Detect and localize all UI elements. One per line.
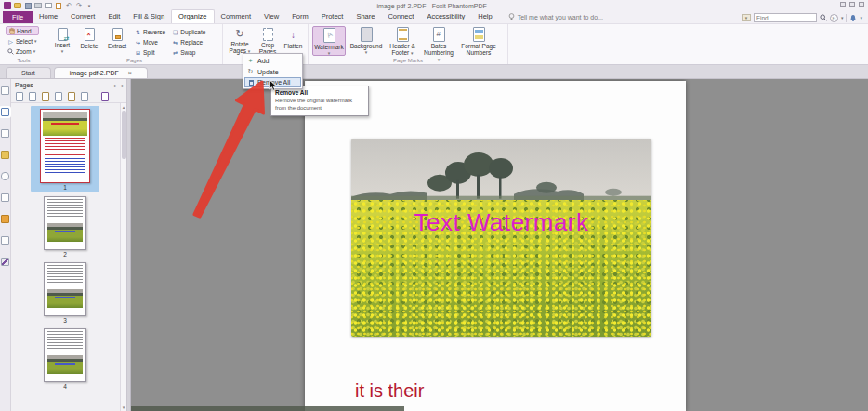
- signature-panel-icon[interactable]: [1, 258, 9, 266]
- email-button[interactable]: [45, 2, 52, 9]
- scroll-down-icon[interactable]: ▾: [121, 404, 126, 410]
- panel-collapse-icon[interactable]: ◂: [120, 82, 123, 88]
- file-menu-button[interactable]: File: [3, 11, 33, 23]
- tab-form[interactable]: Form: [285, 10, 315, 23]
- pages-panel-icon[interactable]: [1, 108, 9, 116]
- thumb1-text-lines: [45, 138, 85, 156]
- open-button[interactable]: [14, 2, 21, 9]
- replace-button[interactable]: ⇆Replace: [170, 37, 207, 46]
- close-window-button[interactable]: [859, 2, 864, 7]
- rotate-pages-button[interactable]: ↻ Rotate Pages ▾: [227, 26, 253, 56]
- header-footer-button[interactable]: Header & Footer ▾: [387, 26, 418, 56]
- group-label-page-marks: Page Marks: [309, 58, 507, 63]
- find-scope-icon[interactable]: ▾: [742, 14, 751, 21]
- snapshot-button[interactable]: [55, 2, 62, 9]
- tab-convert[interactable]: Convert: [64, 10, 101, 23]
- watermark-button[interactable]: A Watermark ▾: [312, 26, 346, 56]
- thumbnail-tool-icon[interactable]: [16, 92, 23, 101]
- pdf-page-1[interactable]: Text Watermark it is their: [305, 81, 686, 411]
- thumbnail-tool-icon[interactable]: [101, 92, 109, 101]
- insert-pages-button[interactable]: ⇄ Insert ▾: [50, 26, 74, 56]
- tab-protect[interactable]: Protect: [315, 10, 350, 23]
- move-label: Move: [143, 39, 158, 46]
- search-icon[interactable]: [820, 14, 827, 21]
- comments-panel-icon[interactable]: [1, 151, 9, 159]
- bell-icon[interactable]: [849, 14, 857, 22]
- tab-current-document[interactable]: image pdf-2.PDF ×: [54, 67, 148, 78]
- minimize-button[interactable]: [849, 2, 855, 7]
- qat-customize-button[interactable]: ▾: [85, 2, 93, 9]
- tab-connect[interactable]: Connect: [381, 10, 420, 23]
- page-thumbnail-4[interactable]: 4: [44, 328, 86, 390]
- select-tool-button[interactable]: ▷ Select ▾: [6, 36, 39, 46]
- move-button[interactable]: ↪Move: [133, 37, 167, 46]
- scrollbar-thumb[interactable]: [122, 111, 126, 159]
- document-tab-label: image pdf-2.PDF: [70, 70, 119, 76]
- restore-button[interactable]: [840, 2, 846, 7]
- thumb3-image: [47, 289, 83, 308]
- thumbnail-tool-icon[interactable]: [55, 92, 62, 101]
- delete-pages-button[interactable]: × Delete: [77, 26, 101, 56]
- thumbnail-tool-icon[interactable]: [81, 92, 88, 101]
- sync-button[interactable]: ↻: [830, 14, 838, 22]
- menu-item-update[interactable]: ↻ Update: [244, 66, 301, 77]
- tab-view[interactable]: View: [257, 10, 285, 23]
- format-page-numbers-button[interactable]: Format Page Numbers: [459, 26, 498, 56]
- bates-numbering-button[interactable]: # Bates Numbering ▾: [421, 26, 456, 56]
- destinations-panel-icon[interactable]: [1, 236, 9, 245]
- menu-item-add[interactable]: + Add: [244, 55, 301, 66]
- thumbnail-tool-icon[interactable]: [42, 92, 49, 101]
- tab-fill-sign[interactable]: Fill & Sign: [126, 10, 171, 23]
- chevron-down-icon: ▾: [328, 50, 331, 57]
- save-button[interactable]: [24, 2, 32, 9]
- watermark-dropdown-menu: + Add ↻ Update Remove All: [243, 53, 303, 89]
- tab-accessibility[interactable]: Accessibility: [420, 10, 471, 23]
- redo-button[interactable]: ↷: [75, 2, 83, 9]
- zoom-tool-button[interactable]: Zoom ▾: [6, 46, 39, 56]
- reverse-button[interactable]: ⇅Reverse: [133, 27, 167, 36]
- duplicate-button[interactable]: ❏Duplicate: [170, 27, 207, 36]
- page-thumbnail-3[interactable]: 3: [44, 262, 86, 324]
- flower-field-photo: Text Watermark: [351, 139, 651, 337]
- menu-item-remove-all[interactable]: Remove All: [244, 77, 301, 87]
- hand-tool-button[interactable]: Hand: [6, 26, 39, 35]
- find-input[interactable]: [754, 13, 817, 22]
- flatten-button[interactable]: ↓ Flatten: [283, 26, 304, 56]
- tab-help[interactable]: Help: [471, 10, 498, 23]
- background-label: Background: [350, 43, 383, 49]
- group-pages: ⇄ Insert ▾ × Delete Extract ⇅Reverse ↪Mo…: [46, 24, 223, 64]
- crop-pages-button[interactable]: Crop Pages: [256, 26, 280, 56]
- tab-share[interactable]: Share: [349, 10, 381, 23]
- tell-me-box[interactable]: Tell me what you want to do...: [508, 13, 603, 23]
- document-view[interactable]: Text Watermark it is their: [131, 79, 868, 411]
- bookmarks-panel-icon[interactable]: [1, 86, 9, 95]
- attachments-panel-icon[interactable]: [1, 172, 9, 180]
- quick-access-toolbar: ↶ ↷ ▾: [4, 2, 93, 9]
- swap-button[interactable]: ⇄Swap: [170, 47, 207, 57]
- close-tab-icon[interactable]: ×: [128, 70, 132, 76]
- background-button[interactable]: Background ▾: [349, 26, 384, 56]
- panel-options-icon[interactable]: ▸: [114, 82, 117, 88]
- tab-organize[interactable]: Organize: [171, 9, 214, 23]
- print-button[interactable]: [34, 2, 42, 9]
- tab-edit[interactable]: Edit: [101, 10, 126, 23]
- split-button[interactable]: ⊟Split: [133, 47, 167, 57]
- add-label: Add: [257, 58, 269, 64]
- security-panel-icon[interactable]: [1, 215, 9, 223]
- scroll-up-icon[interactable]: ▴: [121, 104, 126, 110]
- layers-panel-icon[interactable]: [1, 129, 9, 138]
- page-thumbnail-1[interactable]: 1: [31, 106, 99, 192]
- tab-start-page[interactable]: Start: [6, 67, 51, 78]
- document-icon: [56, 3, 61, 9]
- undo-button[interactable]: ↶: [65, 2, 72, 9]
- thumbnail-tool-icon[interactable]: [68, 92, 75, 101]
- thumbnail-tool-icon[interactable]: [29, 92, 36, 101]
- tab-comment[interactable]: Comment: [215, 10, 258, 23]
- fields-panel-icon[interactable]: [1, 193, 9, 202]
- extract-icon: [112, 28, 123, 41]
- update-label: Update: [257, 69, 279, 75]
- page-thumbnail-2[interactable]: 2: [44, 196, 86, 258]
- tab-home[interactable]: Home: [33, 10, 64, 23]
- thumbnail-scrollbar[interactable]: ▴ ▾: [120, 103, 126, 411]
- extract-pages-button[interactable]: Extract: [104, 26, 130, 56]
